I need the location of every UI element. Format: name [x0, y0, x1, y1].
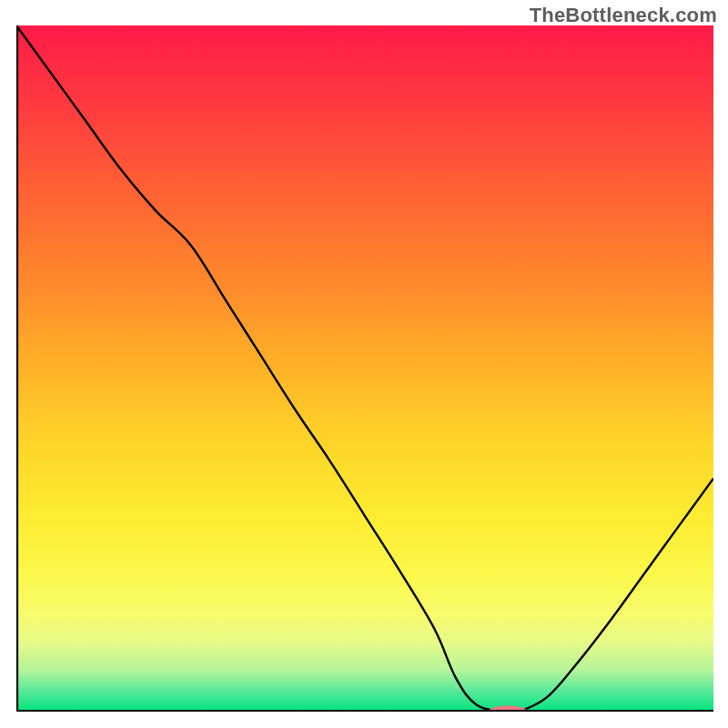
chart-background	[16, 25, 713, 712]
chart-plot-area	[16, 25, 713, 712]
chart-svg	[16, 25, 713, 712]
watermark-text: TheBottleneck.com	[530, 4, 717, 27]
chart-container: TheBottleneck.com	[0, 0, 728, 728]
